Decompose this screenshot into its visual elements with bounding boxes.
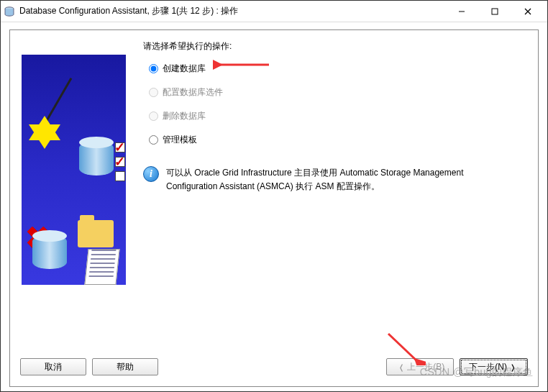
back-button[interactable]: ❬ 上一步(B) bbox=[386, 358, 454, 375]
option-delete-database[interactable]: 删除数据库 bbox=[149, 110, 526, 122]
content-outer: ✖ 请选择希望执行的操作: 创建数据库 配置数据库选件 bbox=[1, 22, 547, 391]
option-create-database[interactable]: 创建数据库 bbox=[149, 63, 526, 75]
app-icon bbox=[4, 6, 15, 17]
main-area: ✖ 请选择希望执行的操作: 创建数据库 配置数据库选件 bbox=[10, 30, 538, 353]
maximize-button[interactable] bbox=[478, 1, 511, 22]
minimize-button[interactable] bbox=[445, 1, 478, 22]
close-button[interactable] bbox=[511, 1, 544, 22]
app-window: Database Configuration Assistant, 步骤 1(共… bbox=[0, 0, 548, 392]
info-text: 可以从 Oracle Grid Infrastructure 主目录使用 Aut… bbox=[166, 166, 512, 193]
info-row: i 可以从 Oracle Grid Infrastructure 主目录使用 A… bbox=[143, 166, 526, 193]
option-label: 创建数据库 bbox=[163, 63, 206, 75]
option-label: 配置数据库选件 bbox=[163, 86, 223, 99]
button-label: 取消 bbox=[45, 361, 62, 373]
chevron-left-icon: ❬ bbox=[398, 363, 404, 371]
titlebar: Database Configuration Assistant, 步骤 1(共… bbox=[1, 1, 547, 22]
option-configure-database[interactable]: 配置数据库选件 bbox=[149, 86, 526, 99]
radio-configure-database[interactable] bbox=[149, 88, 158, 97]
window-title: Database Configuration Assistant, 步骤 1(共… bbox=[19, 5, 445, 17]
prompt-label: 请选择希望执行的操作: bbox=[143, 40, 526, 53]
option-manage-templates[interactable]: 管理模板 bbox=[149, 134, 526, 146]
option-label: 管理模板 bbox=[163, 134, 197, 146]
help-button[interactable]: 帮助 bbox=[92, 358, 158, 375]
radio-manage-templates[interactable] bbox=[149, 135, 158, 145]
radio-create-database[interactable] bbox=[149, 64, 158, 73]
cancel-button[interactable]: 取消 bbox=[20, 358, 86, 375]
chevron-right-icon: ❭ bbox=[510, 363, 516, 371]
wizard-sidebar-image: ✖ bbox=[22, 55, 126, 285]
button-label: 下一步(N) bbox=[469, 361, 507, 373]
button-bar: 取消 帮助 ❬ 上一步(B) 下一步(N) ❭ bbox=[10, 353, 538, 386]
next-button[interactable]: 下一步(N) ❭ bbox=[460, 358, 528, 375]
svg-rect-2 bbox=[492, 9, 498, 14]
radio-delete-database[interactable] bbox=[149, 111, 158, 121]
window-controls bbox=[445, 1, 544, 22]
info-icon: i bbox=[143, 166, 159, 182]
content-inner: ✖ 请选择希望执行的操作: 创建数据库 配置数据库选件 bbox=[9, 29, 539, 387]
form-area: 请选择希望执行的操作: 创建数据库 配置数据库选件 删除数据库 bbox=[143, 40, 526, 346]
button-label: 上一步(B) bbox=[407, 361, 444, 373]
button-label: 帮助 bbox=[117, 361, 134, 373]
option-label: 删除数据库 bbox=[163, 110, 206, 122]
